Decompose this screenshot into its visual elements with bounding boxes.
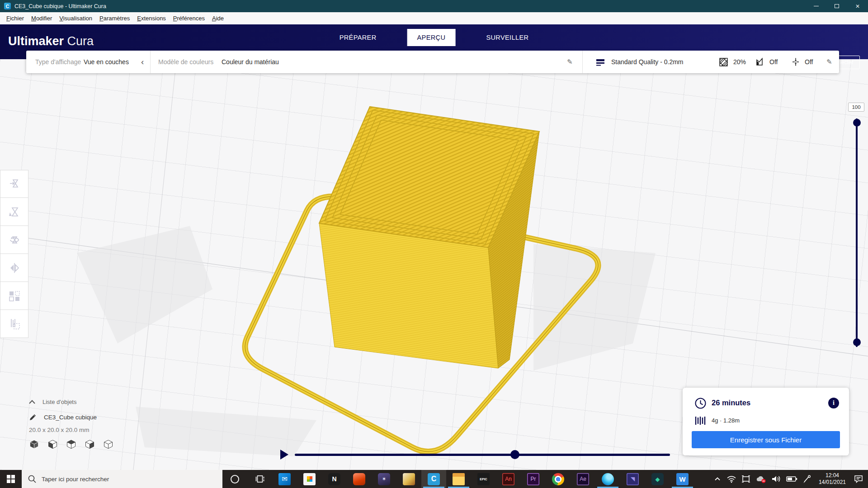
menu-visualisation[interactable]: Visualisation (56, 15, 96, 22)
view-3d-button[interactable] (29, 440, 39, 449)
mail-icon: ✉ (278, 473, 291, 485)
display-type-label: Type d'affichage (35, 51, 81, 73)
chevron-left-icon[interactable]: ‹ (141, 51, 144, 73)
layer-slider-track[interactable] (856, 118, 858, 347)
task-view-icon (255, 474, 265, 484)
pen-icon[interactable] (802, 475, 811, 483)
object-name: CE3_Cube cubique (44, 414, 97, 421)
chevron-up-icon (29, 400, 35, 404)
taskbar-app-word[interactable]: W (670, 470, 695, 488)
premiere-icon: Pr (527, 473, 539, 485)
simulation-slider-track[interactable] (295, 454, 670, 456)
per-model-settings-button[interactable] (0, 282, 28, 310)
taskbar-app-game[interactable] (396, 470, 421, 488)
stellarium-icon: ✶ (378, 473, 390, 485)
minimize-icon (814, 6, 819, 6)
taskbar-app-office[interactable] (347, 470, 372, 488)
display-type-value[interactable]: Vue en couches (84, 51, 129, 73)
taskbar-search[interactable] (22, 470, 222, 488)
taskbar-app-chrome[interactable] (546, 470, 571, 488)
maximize-button[interactable] (826, 0, 847, 12)
menu-aide[interactable]: Aide (208, 15, 227, 22)
taskbar-app-media-encoder[interactable]: ◥ (620, 470, 645, 488)
view-right-button[interactable] (103, 440, 113, 449)
menu-parametres[interactable]: Paramètres (96, 15, 133, 22)
filmora-icon: ◆ (651, 473, 664, 485)
battery-icon[interactable] (786, 475, 797, 483)
animate-icon: An (502, 473, 514, 485)
object-list-header[interactable]: Liste d'objets (29, 396, 156, 408)
close-icon: ✕ (855, 3, 860, 9)
move-tool-button[interactable] (0, 170, 28, 198)
cura-icon: C (428, 473, 440, 485)
minimize-button[interactable] (806, 0, 826, 12)
taskbar-app-edge[interactable] (595, 470, 620, 488)
taskbar-apps: ✉N✶CEPICAnPrAe◥◆W (222, 470, 695, 488)
profile-layers-icon (596, 57, 605, 68)
office-icon (353, 473, 365, 485)
taskbar-app-after-effects[interactable]: Ae (571, 470, 595, 488)
start-button[interactable] (0, 470, 22, 488)
onedrive-icon[interactable] (755, 475, 766, 483)
menu-modifier[interactable]: Modifier (28, 15, 56, 22)
object-row[interactable]: CE3_Cube cubique (29, 411, 156, 423)
info-icon[interactable]: i (828, 398, 839, 408)
view-top-button[interactable] (66, 440, 76, 449)
layer-slider-top-handle[interactable] (853, 119, 861, 127)
taskbar-app-epic-games[interactable]: EPIC (471, 470, 496, 488)
mirror-tool-button[interactable] (0, 254, 28, 282)
search-input[interactable] (22, 470, 222, 488)
save-to-file-button[interactable]: Enregistrer sous Fichier (692, 431, 840, 448)
object-dimensions: 20.0 x 20.0 x 20.0 mm (29, 427, 156, 433)
taskbar-app-file-explorer[interactable] (446, 470, 471, 488)
infill-value[interactable]: 20% (733, 51, 746, 73)
volume-icon[interactable] (771, 475, 781, 483)
tray-clock[interactable]: 12:04 14/01/2021 (819, 472, 846, 486)
notifications-icon[interactable] (854, 474, 863, 483)
menu-preferences[interactable]: Préférences (170, 15, 208, 22)
close-button[interactable]: ✕ (847, 0, 868, 12)
taskbar-app-task-view[interactable] (247, 470, 272, 488)
taskbar-app-notion[interactable]: N (322, 470, 347, 488)
tray-chevron-up-icon[interactable] (713, 475, 722, 483)
support-value[interactable]: Off (769, 51, 778, 73)
cast-icon[interactable] (741, 475, 750, 483)
divider (582, 51, 583, 73)
layer-slider-bottom-handle[interactable] (853, 338, 861, 346)
taskbar-app-cortana[interactable] (222, 470, 247, 488)
mirror-tool-icon (8, 261, 21, 275)
taskbar-app-cura[interactable]: C (421, 470, 446, 488)
taskbar-app-animate[interactable]: An (496, 470, 521, 488)
rotate-tool-button[interactable] (0, 226, 28, 254)
play-button[interactable] (280, 450, 288, 460)
tab-surveiller[interactable]: SURVEILLER (476, 29, 538, 46)
scale-tool-button[interactable] (0, 198, 28, 226)
adhesion-value[interactable]: Off (805, 51, 813, 73)
profile-value[interactable]: Standard Quality - 0.2mm (611, 51, 684, 73)
store-icon (303, 473, 316, 485)
support-blocker-button[interactable] (0, 310, 28, 338)
tab-preparer[interactable]: PRÉPARER (330, 29, 387, 46)
edit-gradient-pencil-icon[interactable]: ✎ (567, 51, 573, 73)
menu-fichier[interactable]: Fichier (3, 15, 28, 22)
media-encoder-icon: ◥ (627, 473, 639, 485)
wifi-icon[interactable] (726, 475, 736, 483)
taskbar-app-filmora[interactable]: ◆ (645, 470, 670, 488)
material-icon (695, 416, 706, 426)
menu-extensions[interactable]: Extensions (133, 15, 170, 22)
simulation-slider-handle[interactable] (510, 450, 519, 459)
rename-pencil-icon[interactable] (29, 413, 37, 421)
taskbar-app-store[interactable] (297, 470, 322, 488)
view-left-button[interactable] (85, 440, 95, 449)
taskbar-app-mail[interactable]: ✉ (272, 470, 297, 488)
object-list: Liste d'objets CE3_Cube cubique 20.0 x 2… (29, 396, 156, 449)
tab-apercu[interactable]: APERÇU (407, 29, 456, 46)
taskbar-app-premiere[interactable]: Pr (521, 470, 546, 488)
taskbar-app-stellarium[interactable]: ✶ (372, 470, 396, 488)
material-estimate: 4g · 1.28m (712, 417, 740, 424)
view-front-button[interactable] (47, 440, 58, 449)
color-scheme-value[interactable]: Couleur du matériau (222, 51, 279, 73)
model-cube[interactable] (319, 107, 539, 368)
print-time-estimate: 26 minutes (712, 399, 750, 407)
edit-settings-pencil-icon[interactable]: ✎ (826, 51, 832, 73)
